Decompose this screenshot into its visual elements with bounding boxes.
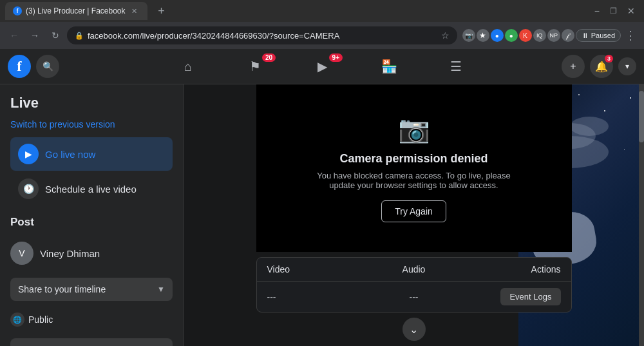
go-live-icon: ▶ xyxy=(18,144,39,164)
store-icon: 🏪 xyxy=(381,59,397,74)
paused-label: Paused xyxy=(591,32,615,39)
user-row: V Viney Dhiman xyxy=(10,236,173,270)
dropdown-arrow-icon: ▼ xyxy=(157,285,165,294)
ext-iq-icon[interactable]: IQ xyxy=(533,29,546,42)
menu-icon: ☰ xyxy=(450,59,462,74)
ext-circle2-icon[interactable]: ● xyxy=(505,29,518,42)
share-dropdown[interactable]: Share to your timeline ▼ xyxy=(10,278,173,301)
video-area: 📷 Camera permission denied You have bloc… xyxy=(256,84,572,252)
schedule-label: Schedule a live video xyxy=(45,184,137,195)
bell-icon: 🔔 xyxy=(595,61,608,73)
browser-menu-button[interactable]: ⋮ xyxy=(622,28,639,43)
nav-right: + 🔔 3 ▾ xyxy=(562,55,636,78)
sidebar: Live Switch to previous version ▶ Go liv… xyxy=(0,84,184,346)
controls-body: --- --- Event Logs xyxy=(257,282,571,312)
user-name: Viney Dhiman xyxy=(40,248,100,259)
go-live-menu-item[interactable]: ▶ Go live now xyxy=(10,137,173,171)
camera-permission-icon: 📷 xyxy=(398,114,430,144)
create-button[interactable]: + xyxy=(562,55,585,78)
reload-button[interactable]: ↻ xyxy=(46,26,64,44)
notifications-button[interactable]: 🔔 3 xyxy=(590,55,613,78)
nav-flag[interactable]: ⚑ 20 xyxy=(223,51,287,82)
forward-button[interactable]: → xyxy=(26,26,44,44)
controls-bar: Video Audio Actions --- --- Event Logs xyxy=(256,257,572,312)
nav-menu[interactable]: ☰ xyxy=(424,51,488,82)
notification-badge: 3 xyxy=(605,55,613,62)
go-live-label: Go live now xyxy=(45,149,95,160)
ext-f-icon[interactable]: 𝒻 xyxy=(562,29,574,42)
controls-header: Video Audio Actions xyxy=(257,258,571,282)
main-layout: Live Switch to previous version ▶ Go liv… xyxy=(0,84,644,346)
video-label: Video xyxy=(267,264,365,274)
flag-badge: 20 xyxy=(262,53,276,62)
paused-badge[interactable]: ⏸ Paused xyxy=(576,29,621,42)
actions-label: Actions xyxy=(463,264,561,274)
account-menu-button[interactable]: ▾ xyxy=(618,57,636,75)
browser-tab[interactable]: f (3) Live Producer | Facebook ✕ xyxy=(5,2,147,20)
security-icon: 🔒 xyxy=(75,32,84,40)
ext-circle3-icon[interactable]: K xyxy=(519,29,532,42)
avatar-initial: V xyxy=(19,248,24,258)
public-button[interactable]: 🌐 Public xyxy=(10,309,173,331)
content-area: 📷 Camera permission denied You have bloc… xyxy=(184,84,644,346)
audio-label: Audio xyxy=(365,264,463,274)
flag-icon: ⚑ xyxy=(249,59,261,74)
browser-extensions: 📷 ★ ● ● K IQ NP 𝒻 ⏸ Paused ⋮ xyxy=(462,28,639,43)
nav-center: ⌂ ⚑ 20 ▶ 9+ 🏪 ☰ xyxy=(156,51,488,82)
restore-button[interactable]: ❐ xyxy=(606,6,621,16)
nav-video[interactable]: ▶ 9+ xyxy=(290,51,354,82)
search-button[interactable]: 🔍 xyxy=(36,55,59,78)
window-controls: − ❐ ✕ xyxy=(591,6,639,16)
share-label: Share to your timeline xyxy=(18,284,106,294)
event-logs-button[interactable]: Event Logs xyxy=(500,288,560,305)
ext-camera-icon[interactable]: 📷 xyxy=(462,29,475,42)
video-badge: 9+ xyxy=(329,53,343,62)
minimize-button[interactable]: − xyxy=(591,6,603,16)
ext-star-icon[interactable]: ★ xyxy=(477,29,489,42)
expand-button[interactable]: ⌄ xyxy=(402,318,426,341)
try-again-button[interactable]: Try Again xyxy=(381,200,446,222)
back-button[interactable]: ← xyxy=(5,26,23,44)
post-section-title: Post xyxy=(10,216,173,229)
home-icon: ⌂ xyxy=(184,59,192,74)
address-bar: ← → ↻ 🔒 facebook.com/live/producer/34202… xyxy=(0,22,644,49)
bookmark-icon: ☆ xyxy=(441,30,450,41)
scrollbar-thumb xyxy=(639,91,644,142)
chevron-down-icon: ▾ xyxy=(625,62,629,71)
plus-icon: + xyxy=(570,61,576,72)
url-bar[interactable]: 🔒 facebook.com/live/producer/34202448446… xyxy=(67,26,457,44)
go-live-button[interactable]: Go Live xyxy=(10,338,173,346)
schedule-live-menu-item[interactable]: 🕐 Schedule a live video xyxy=(10,172,173,206)
title-bar: f (3) Live Producer | Facebook ✕ + − ❐ ✕ xyxy=(0,0,644,22)
public-label: Public xyxy=(28,314,53,325)
ext-np-icon[interactable]: NP xyxy=(547,29,560,42)
tab-close-button[interactable]: ✕ xyxy=(129,6,140,16)
video-value: --- xyxy=(267,292,365,302)
tab-title: (3) Live Producer | Facebook xyxy=(26,6,126,15)
camera-permission-title: Camera permission denied xyxy=(339,152,488,166)
audio-value: --- xyxy=(365,292,463,302)
scrollbar[interactable] xyxy=(639,84,644,346)
video-icon: ▶ xyxy=(317,59,327,74)
new-tab-button[interactable]: + xyxy=(153,2,171,20)
facebook-logo: f xyxy=(8,55,31,78)
sidebar-title: Live xyxy=(10,95,173,111)
chevron-down-icon: ⌄ xyxy=(410,323,418,336)
nav-store[interactable]: 🏪 xyxy=(357,51,421,82)
schedule-icon: 🕐 xyxy=(18,178,39,199)
public-icon: 🌐 xyxy=(10,312,24,327)
nav-home[interactable]: ⌂ xyxy=(156,51,220,82)
facebook-navbar: f 🔍 ⌂ ⚑ 20 ▶ 9+ 🏪 ☰ + xyxy=(0,49,644,84)
camera-permission-desc: You have blocked camera access. To go li… xyxy=(311,171,517,190)
search-icon: 🔍 xyxy=(43,61,53,72)
url-text: facebook.com/live/producer/3420244844669… xyxy=(88,31,437,41)
user-avatar: V xyxy=(10,242,33,265)
ext-circle1-icon[interactable]: ● xyxy=(491,29,504,42)
pause-icon: ⏸ xyxy=(582,32,589,39)
tab-favicon: f xyxy=(13,6,22,15)
sidebar-menu: ▶ Go live now 🕐 Schedule a live video xyxy=(10,137,173,206)
switch-version-link[interactable]: Switch to previous version xyxy=(10,119,173,130)
close-button[interactable]: ✕ xyxy=(623,6,639,16)
